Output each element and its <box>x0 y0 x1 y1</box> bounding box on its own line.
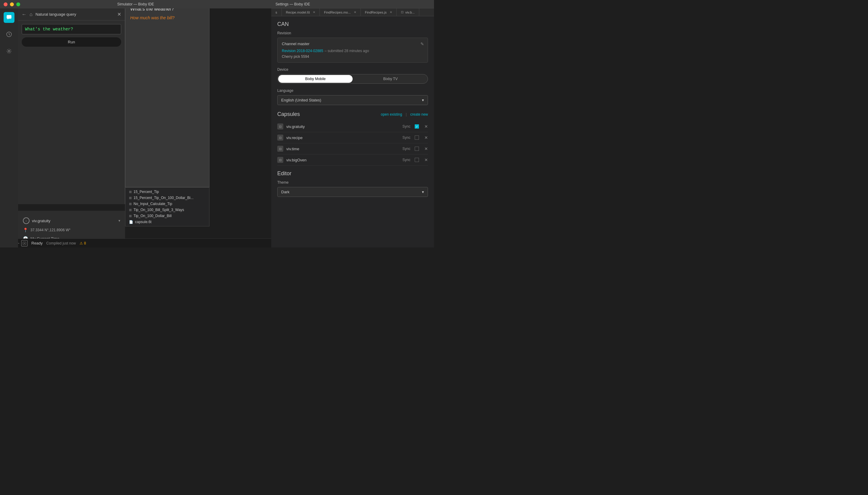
preview-panel: What's the weather? How much was the bil… <box>125 0 210 187</box>
tab-label: s <box>276 11 277 14</box>
capsule-delete-bigoven[interactable]: ✕ <box>424 157 428 162</box>
revision-channel: Channel master <box>282 41 423 46</box>
svg-marker-1 <box>7 19 9 20</box>
file-tree-item[interactable]: ⊞ Tip_On_100_Dollar_Bill <box>125 213 209 219</box>
file-name: Tip_On_100_Bill_Split_3_Ways <box>133 208 184 212</box>
status-compiled: Compiled just now <box>46 241 76 245</box>
create-new-link[interactable]: create new <box>410 112 428 117</box>
device-status-icon <box>21 240 28 246</box>
location-icon: 📍 <box>23 228 28 233</box>
file-tree-overlay: ⊞ 15_Percent_Tip ⊞ 15_Percent_Tip_On_100… <box>125 187 210 226</box>
capsule-file-icon: 📄 <box>129 220 133 224</box>
tab-findrecipes-js[interactable]: FindRecipes.js ✕ <box>361 8 397 16</box>
capsule-row-recipe: ⊡ viv.recipe Sync ✕ <box>277 132 428 143</box>
can-title: CAN <box>277 21 428 28</box>
home-icon[interactable]: ⌂ <box>30 12 33 17</box>
sim-header-title: Natural language query <box>36 12 114 17</box>
device-label: Device <box>277 67 428 72</box>
sim-close-icon[interactable]: ✕ <box>117 12 121 17</box>
capsule-icon-recipe: ⊡ <box>277 135 283 141</box>
capsule-delete-recipe[interactable]: ✕ <box>424 135 428 140</box>
open-existing-link[interactable]: open existing <box>381 112 402 117</box>
svg-rect-0 <box>6 15 12 19</box>
close-button[interactable] <box>4 2 7 6</box>
capsule-checkbox-bigoven[interactable] <box>415 158 419 162</box>
run-button[interactable]: Run <box>22 37 121 47</box>
capsules-section: Capsules open existing | create new ⊡ vi… <box>277 111 428 166</box>
editor-section: Editor Theme Dark ▾ <box>277 170 428 197</box>
file-icon: ⊞ <box>129 208 132 212</box>
status-warning[interactable]: ⚠ 8 <box>80 241 86 245</box>
capsule-circle-icon: ○ <box>23 217 30 224</box>
tab-label: viv.b... <box>405 11 415 14</box>
file-tree-item[interactable]: ⊞ 15_Percent_Tip <box>125 189 209 195</box>
capsule-row-time: ⊡ viv.time Sync ✕ <box>277 143 428 154</box>
device-mobile-btn[interactable]: Bixby Mobile <box>278 75 353 83</box>
theme-dropdown[interactable]: Dark ▾ <box>277 187 428 197</box>
maximize-button[interactable] <box>16 2 20 6</box>
settings-title: Settings — Bixby IDE <box>276 2 310 6</box>
capsule-row-bigoven: ⊡ viv.bigOven Sync ✕ <box>277 154 428 166</box>
capsule-checkbox-gratuity[interactable] <box>415 124 419 129</box>
file-icon: ⊞ <box>129 190 132 194</box>
back-icon[interactable]: ← <box>22 12 27 17</box>
preview-suggestion: How much was the bill? <box>130 15 204 20</box>
file-name: No_Input_Calculate_Tip <box>133 202 172 206</box>
svg-point-3 <box>8 50 10 52</box>
file-tree-capsule-item[interactable]: 📄 capsule.6t <box>125 219 209 225</box>
capsule-name-recipe: viv.recipe <box>286 136 399 140</box>
window-controls[interactable] <box>4 2 20 6</box>
editor-title: Editor <box>277 170 428 177</box>
capsule-icon-time: ⊡ <box>277 146 283 152</box>
device-tv-btn[interactable]: Bixby TV <box>353 74 428 83</box>
tab-close-icon[interactable]: ✕ <box>354 11 356 14</box>
revision-cherry: Cherry pick 5594 <box>282 54 423 59</box>
settings-titlebar: Settings — Bixby IDE <box>271 0 434 8</box>
tab-label: FindRecipes.js <box>365 11 387 14</box>
language-section: Language English (United States) ▾ <box>277 88 428 105</box>
device-section: Device Bixby Mobile Bixby TV <box>277 67 428 84</box>
sidebar-item-history[interactable] <box>4 29 15 40</box>
file-tree-item[interactable]: ⊞ 15_Percent_Tip_On_100_Dollar_Bi... <box>125 195 209 201</box>
tab-label: Recipe.model.6t <box>286 11 310 14</box>
status-ready: Ready <box>31 241 43 245</box>
minimize-button[interactable] <box>10 2 14 6</box>
capsule-row[interactable]: ○ viv.gratuity ▾ <box>23 216 120 226</box>
capsule-row-gratuity: ⊡ viv.gratuity Sync ✕ <box>277 121 428 132</box>
tab-s[interactable]: s <box>271 8 282 16</box>
file-tree-item[interactable]: ⊞ Tip_On_100_Bill_Split_3_Ways <box>125 207 209 213</box>
tab-recipe-model[interactable]: Recipe.model.6t ✕ <box>282 8 320 16</box>
capsule-sync-label: Sync <box>402 124 410 129</box>
capsule-checkbox-time[interactable] <box>415 147 419 151</box>
location-row: 📍 37.3344 N°,121.8906 W° <box>23 226 120 234</box>
status-bar: Ready Compiled just now ⚠ 8 <box>0 238 271 248</box>
capsule-icon-bigoven: ⊡ <box>277 157 283 163</box>
sim-input-area: Run <box>18 20 125 50</box>
revision-id[interactable]: Revision 2018-024-02885 <box>282 49 323 53</box>
revision-edit-icon[interactable]: ✎ <box>421 41 424 46</box>
sidebar-item-chat[interactable] <box>4 12 15 23</box>
query-input[interactable] <box>22 24 121 34</box>
file-tree-item[interactable]: ⊞ No_Input_Calculate_Tip <box>125 201 209 207</box>
tabs-bar: s Recipe.model.6t ✕ FindRecipes.mo... ✕ … <box>271 8 434 16</box>
capsule-checkbox-recipe[interactable] <box>415 136 419 140</box>
capsule-sync-label: Sync <box>402 147 410 151</box>
tab-close-icon[interactable]: ✕ <box>313 11 315 14</box>
capsule-delete-gratuity[interactable]: ✕ <box>424 124 428 129</box>
tab-findrecipes-mo[interactable]: FindRecipes.mo... ✕ <box>320 8 361 16</box>
tab-viv-b[interactable]: ⊡ viv.b... <box>397 8 419 16</box>
capsules-header: Capsules open existing | create new <box>277 111 428 117</box>
location-text: 37.3344 N°,121.8906 W° <box>30 228 70 232</box>
tab-close-icon[interactable]: ✕ <box>390 11 392 14</box>
warning-count: 8 <box>84 241 86 245</box>
language-selected: English (United States) <box>281 98 321 102</box>
sidebar-item-settings[interactable] <box>4 46 15 57</box>
tab-label: FindRecipes.mo... <box>324 11 351 14</box>
left-sidebar <box>0 8 18 248</box>
language-dropdown[interactable]: English (United States) ▾ <box>277 95 428 105</box>
revision-card: Channel master Revision 2018-024-02885 –… <box>277 38 428 63</box>
file-icon: ⊞ <box>129 214 132 218</box>
capsule-delete-time[interactable]: ✕ <box>424 146 428 151</box>
capsule-sync-label: Sync <box>402 136 410 140</box>
capsule-name-time: viv.time <box>286 147 399 151</box>
